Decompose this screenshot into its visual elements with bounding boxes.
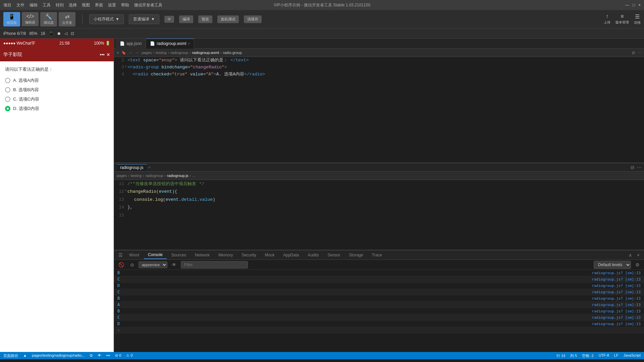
- console-source-4[interactable]: radiogroup.js? [sm]:13: [592, 296, 641, 301]
- devtools-tab-mock[interactable]: Mock: [261, 251, 279, 259]
- menu-item-project[interactable]: 项目: [3, 2, 11, 8]
- level-select[interactable]: Default levels: [594, 261, 631, 269]
- bc-radiogroup[interactable]: radiogroup: [170, 51, 188, 55]
- bc-radio-group[interactable]: radio-group: [223, 51, 242, 55]
- menu-item-view[interactable]: 视图: [82, 2, 90, 8]
- js-code[interactable]: 11 /**当修改单选按钮的选中项后触发 */ 12 ▾ changeRadio…: [114, 180, 644, 250]
- bc-pages[interactable]: pages: [142, 51, 152, 55]
- console-source-2[interactable]: radiogroup.js? [sm]:13: [592, 284, 641, 288]
- status-file-path[interactable]: pages/testing/radiogroup/radio...: [32, 353, 85, 358]
- cloud-button[interactable]: ⇄ 云开发: [59, 12, 75, 26]
- devtools-clear-button[interactable]: 🚫: [117, 261, 126, 268]
- devtools-tab-console[interactable]: Console: [144, 251, 167, 259]
- clear-cache-button[interactable]: 清缓存: [244, 15, 262, 23]
- devtools-tab-trace[interactable]: Trace: [368, 251, 386, 259]
- compile-dropdown[interactable]: 普通编译 ▼: [129, 14, 159, 24]
- filter-input[interactable]: [181, 261, 248, 268]
- menu-item-edit[interactable]: 编辑: [30, 2, 38, 8]
- refresh-button[interactable]: ⟳: [164, 16, 174, 23]
- js-bc-radiogroup[interactable]: radiogroup: [146, 174, 163, 178]
- debugger-button[interactable]: 🔧 调试器: [40, 12, 57, 26]
- appservice-dropdown[interactable]: appservice: [139, 261, 167, 268]
- more-status-icon[interactable]: •••: [106, 353, 110, 358]
- phone-option-d[interactable]: D. 选项D内容: [5, 106, 109, 112]
- console-source-0[interactable]: radiogroup.js? [sm]:13: [592, 271, 641, 275]
- devtools-tab-appdata[interactable]: AppData: [279, 251, 303, 259]
- menu-item-wechat-devtool[interactable]: 微信开发者工具: [134, 2, 162, 8]
- preview-button[interactable]: 预览: [198, 15, 212, 23]
- simulator-button[interactable]: 📱 模拟器: [3, 12, 20, 26]
- devtools-tab-network[interactable]: Network: [191, 251, 214, 259]
- real-debug-button[interactable]: 真机调试: [217, 15, 239, 23]
- devtools-collapse[interactable]: ∧: [627, 252, 634, 258]
- minimize-button[interactable]: —: [625, 3, 629, 7]
- js-more-icon[interactable]: ⋯: [637, 165, 641, 170]
- menu-bar[interactable]: 项目 文件 编辑 工具 转到 选择 视图 界面 设置 帮助 微信开发者工具: [3, 2, 162, 8]
- window-controls[interactable]: — □ ×: [625, 3, 641, 7]
- devtools-tab-memory[interactable]: Memory: [214, 251, 237, 259]
- mode-dropdown[interactable]: 小程序模式 ▼: [89, 14, 124, 24]
- devtools-tab-sensor[interactable]: Sensor: [324, 251, 344, 259]
- console-source-6[interactable]: radiogroup.js? [sm]:13: [592, 309, 641, 313]
- editor-button[interactable]: </> 编辑器: [22, 12, 39, 26]
- menu-item-settings[interactable]: 设置: [108, 2, 116, 8]
- devtools-icon-bar[interactable]: ☰: [117, 252, 124, 258]
- collapse-icon[interactable]: ≡: [117, 51, 119, 55]
- close-tab-wxml[interactable]: ×: [188, 42, 190, 46]
- device-name: iPhone 6/7/8: [3, 31, 26, 36]
- console-source-8[interactable]: radiogroup.js? [sm]:13: [592, 322, 641, 326]
- js-split-icon[interactable]: ⊟: [631, 165, 634, 170]
- devtools-tab-storage[interactable]: Storage: [345, 251, 367, 259]
- wxml-code[interactable]: 2 <text space="ensp"> 请问以下看法正确的是： </text…: [114, 57, 644, 163]
- console-source-5[interactable]: radiogroup.js? [sm]:13: [592, 303, 641, 307]
- js-tab-active[interactable]: radiogroup.js: [117, 164, 147, 171]
- menu-item-goto[interactable]: 转到: [56, 2, 64, 8]
- back-icon[interactable]: ←: [129, 51, 132, 55]
- phone-dot-menu[interactable]: •••: [100, 52, 105, 57]
- more-editor-icon[interactable]: ⋯: [638, 51, 641, 55]
- devtools-close[interactable]: ×: [635, 252, 641, 258]
- tab-radiogroup-wxml[interactable]: 📄 radiogroup.wxml ×: [146, 39, 194, 49]
- phone-option-a[interactable]: A. 选项A内容: [5, 77, 109, 83]
- forward-icon[interactable]: →: [135, 51, 139, 55]
- js-bc-pages[interactable]: pages: [117, 174, 127, 178]
- devtools-tab-wxml[interactable]: Wxml: [125, 251, 143, 259]
- phone-option-b[interactable]: B. 选项B内容: [5, 87, 109, 93]
- bookmark-icon[interactable]: 🔖: [121, 51, 126, 55]
- console-row-1: C radiogroup.js? [sm]:13: [114, 276, 644, 283]
- bc-file[interactable]: radiogroup.wxml: [192, 51, 219, 55]
- bc-testing[interactable]: testing: [156, 51, 166, 55]
- phone-option-c[interactable]: C. 选项C内容: [5, 96, 109, 102]
- console-row-prompt[interactable]: ›: [114, 327, 644, 334]
- js-close-tab[interactable]: ×: [148, 165, 150, 169]
- menu-item-select[interactable]: 选择: [69, 2, 77, 8]
- js-bc-testing[interactable]: testing: [131, 174, 142, 178]
- version-button[interactable]: ≡ 版本管理: [615, 13, 629, 25]
- view-icon[interactable]: 👁: [98, 353, 101, 358]
- detail-button[interactable]: ☰ 详情: [634, 13, 641, 25]
- console-source-7[interactable]: radiogroup.js? [sm]:13: [592, 315, 641, 320]
- compile-run-button[interactable]: 编译: [179, 15, 193, 23]
- js-bc-file[interactable]: radiogroup.js: [167, 174, 189, 178]
- menu-item-file[interactable]: 文件: [16, 2, 24, 8]
- console-source-3[interactable]: radiogroup.js? [sm]:13: [592, 290, 641, 294]
- menu-item-help[interactable]: 帮助: [121, 2, 129, 8]
- menu-item-interface[interactable]: 界面: [95, 2, 103, 8]
- devtools-tab-security[interactable]: Security: [237, 251, 260, 259]
- devtools-tab-audits[interactable]: Audits: [304, 251, 323, 259]
- editor-area[interactable]: ≡ 🔖 ← → pages › testing › radiogroup › r…: [114, 49, 644, 163]
- devtools-controls: ∧ ×: [627, 252, 641, 258]
- maximize-button[interactable]: □: [633, 3, 635, 7]
- console-source-1[interactable]: radiogroup.js? [sm]:13: [592, 277, 641, 282]
- devtools-tab-sources[interactable]: Sources: [167, 251, 190, 259]
- close-button[interactable]: ×: [638, 3, 641, 7]
- devtools-filter-toggle[interactable]: ⊘: [128, 261, 136, 268]
- split-editor-icon[interactable]: ⊟: [632, 51, 635, 55]
- phone-close[interactable]: ✕: [106, 52, 110, 57]
- copy-path-icon[interactable]: ⧉: [90, 353, 93, 358]
- tab-app-json[interactable]: 📄 app.json: [116, 39, 146, 49]
- upload-button[interactable]: ↑ 上传: [604, 13, 610, 25]
- devtools-watch-toggle[interactable]: 👁: [170, 261, 178, 268]
- menu-item-tools[interactable]: 工具: [43, 2, 51, 8]
- devtools-settings[interactable]: ⚙: [634, 261, 641, 268]
